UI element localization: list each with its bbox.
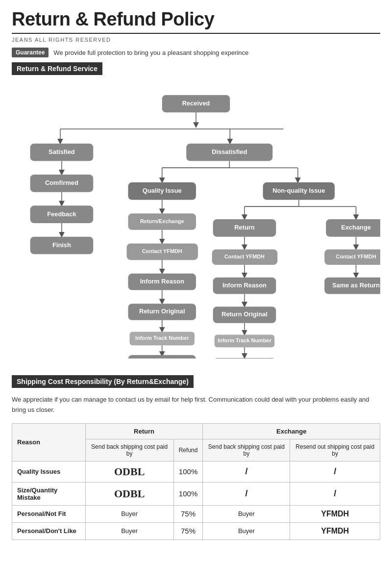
shipping-header: Shipping Cost Responsibility (By Return&… (12, 375, 194, 388)
reason-cell: Size/Quantity Mistake (12, 482, 86, 505)
ex-send-back-cell: Buyer (203, 522, 290, 539)
col-exchange-header: Exchange (203, 423, 380, 439)
col-reason-header: Reason (12, 423, 86, 461)
svg-rect-68 (213, 358, 276, 358)
service-header: Return & Refund Service (12, 62, 102, 75)
send-back-cell: Buyer (85, 522, 173, 539)
sub-send-back-ex: Send back shipping cost paid by (203, 439, 290, 461)
ex-resend-cell: YFMDH (290, 505, 380, 522)
svg-text:Feedback: Feedback (47, 210, 76, 218)
refund-cell: 100% (173, 461, 203, 482)
send-back-cell: ODBL (85, 482, 173, 505)
svg-text:Exchange: Exchange (341, 224, 371, 231)
svg-text:Contact YFMDH: Contact YFMDH (142, 248, 182, 254)
reason-cell: Quality Issues (12, 461, 86, 482)
ex-resend-cell: / (290, 482, 380, 505)
svg-text:Inform Track Number: Inform Track Number (135, 335, 189, 341)
svg-text:Quality Issue: Quality Issue (143, 187, 182, 194)
refund-cell: 100% (173, 482, 203, 505)
svg-text:Finish: Finish (52, 241, 71, 249)
refund-cell: 75% (173, 522, 203, 539)
svg-text:Return/Exchange: Return/Exchange (140, 218, 184, 224)
svg-text:Satisfied: Satisfied (49, 148, 75, 155)
sub-refund: Refund (173, 439, 203, 461)
ex-resend-cell: YFMDH (290, 522, 380, 539)
guarantee-badge: Guarantee (12, 48, 49, 57)
svg-rect-76 (128, 355, 196, 358)
table-row: Size/Quantity MistakeODBL100%// (12, 482, 380, 505)
subtitle: JEANS ALL RIGHTS RESERVED (12, 37, 380, 43)
guarantee-row: Guarantee We provide full protection to … (12, 48, 380, 57)
table-row: Personal/Not FitBuyer75%BuyerYFMDH (12, 505, 380, 522)
svg-text:Inform Reason: Inform Reason (140, 278, 184, 285)
ex-send-back-cell: / (203, 482, 290, 505)
ex-resend-cell: / (290, 461, 380, 482)
svg-text:Non-quality Issue: Non-quality Issue (272, 187, 325, 194)
reason-cell: Personal/Not Fit (12, 505, 86, 522)
svg-text:Inform Reason: Inform Reason (222, 282, 267, 289)
table-row: Quality IssuesODBL100%// (12, 461, 380, 482)
svg-text:Dissatisfied: Dissatisfied (212, 148, 247, 155)
table-row: Personal/Don't LikeBuyer75%BuyerYFMDH (12, 522, 380, 539)
shipping-desc: We appreciate if you can manage to conta… (12, 395, 380, 415)
svg-text:Contact YFMDH: Contact YFMDH (336, 254, 376, 259)
ex-send-back-cell: Buyer (203, 505, 290, 522)
svg-text:Comfirmed: Comfirmed (45, 179, 78, 186)
svg-text:Contact YFMDH: Contact YFMDH (224, 254, 265, 259)
sub-resend: Resend out shipping cost paid by (290, 439, 380, 461)
svg-text:Received: Received (182, 100, 210, 107)
flowchart-container: Received Satisfied Dissatisfied Comfirme… (12, 84, 380, 360)
svg-text:Return Original: Return Original (139, 307, 185, 315)
reason-cell: Personal/Don't Like (12, 522, 86, 539)
svg-text:Return: Return (234, 224, 255, 231)
svg-text:Return Original: Return Original (221, 310, 268, 318)
refund-cell: 75% (173, 505, 203, 522)
sub-send-back: Send back shipping cost paid by (85, 439, 173, 461)
guarantee-text: We provide full protection to bring you … (53, 49, 248, 56)
send-back-cell: ODBL (85, 461, 173, 482)
ex-send-back-cell: / (203, 461, 290, 482)
shipping-table: Reason Return Exchange Send back shippin… (12, 423, 380, 540)
svg-text:Inform Track Number: Inform Track Number (218, 337, 271, 343)
send-back-cell: Buyer (85, 505, 173, 522)
page-title: Return & Refund Policy (12, 9, 380, 34)
svg-text:Same as Return: Same as Return (332, 282, 380, 289)
col-return-header: Return (85, 423, 203, 439)
